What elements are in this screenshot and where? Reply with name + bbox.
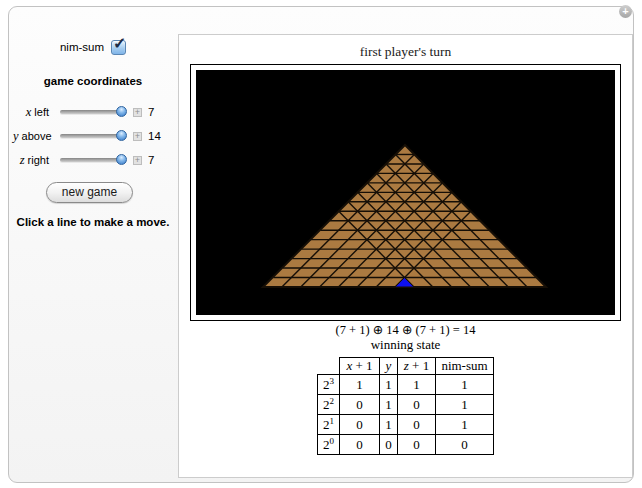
table-cell: 1: [436, 415, 494, 435]
nim-sum-table: x + 1 y z + 1 nim-sum 23 1 1 1 1: [317, 357, 494, 455]
table-row: 20 0 0 0 0: [318, 435, 494, 455]
nim-sum-label: nim-sum: [60, 41, 104, 53]
game-coordinates-heading: game coordinates: [9, 75, 177, 87]
nim-sum-table-wrap: x + 1 y z + 1 nim-sum 23 1 1 1 1: [179, 357, 632, 455]
slider-expand-icon[interactable]: +: [133, 156, 142, 165]
instruction-text: Click a line to make a move.: [9, 216, 177, 228]
slider-label-z-right: z right: [13, 153, 49, 168]
slider-track-x[interactable]: [60, 110, 126, 114]
table-row: 21 0 1 0 1: [318, 415, 494, 435]
slider-track-y[interactable]: [60, 134, 126, 138]
table-cell: 0: [436, 435, 494, 455]
table-cell: 0: [380, 435, 398, 455]
nim-sum-formula: (7 + 1) ⊕ 14 ⊕ (7 + 1) = 14: [179, 322, 632, 338]
slider-row-x-left: x left + 7: [13, 104, 175, 120]
table-header-nim-sum: nim-sum: [436, 358, 494, 375]
table-cell: 1: [340, 375, 380, 395]
board-background: [196, 70, 615, 315]
new-game-button[interactable]: new game: [46, 182, 133, 203]
table-cell: 0: [398, 415, 436, 435]
table-cell: 0: [398, 435, 436, 455]
table-header-x-plus-1: x + 1: [340, 358, 380, 375]
table-row: 22 0 1 0 1: [318, 395, 494, 415]
table-cell: 1: [398, 375, 436, 395]
options-plus-icon[interactable]: +: [619, 5, 632, 18]
power-label: 20: [318, 435, 340, 455]
slider-expand-icon[interactable]: +: [133, 132, 142, 141]
table-header-z-plus-1: z + 1: [398, 358, 436, 375]
table-row: 23 1 1 1 1: [318, 375, 494, 395]
nim-sum-checkbox[interactable]: ✓: [111, 40, 126, 55]
table-corner-cell: [318, 358, 340, 375]
table-header-y: y: [380, 358, 398, 375]
power-label: 21: [318, 415, 340, 435]
slider-value-x: 7: [148, 106, 154, 118]
nim-sum-control-row: nim-sum ✓: [9, 37, 177, 57]
slider-value-z: 7: [148, 154, 154, 166]
table-cell: 1: [380, 415, 398, 435]
slider-expand-icon[interactable]: +: [133, 108, 142, 117]
slider-label-y-above: y above: [13, 129, 49, 144]
turn-status-title: first player's turn: [179, 44, 632, 60]
table-cell: 1: [380, 395, 398, 415]
checkmark-icon: ✓: [113, 34, 126, 53]
slider-row-y-above: y above + 14: [13, 128, 175, 144]
slider-thumb-z[interactable]: [116, 154, 127, 165]
slider-label-x-left: x left: [13, 105, 49, 120]
game-board[interactable]: [196, 70, 615, 315]
table-cell: 1: [436, 395, 494, 415]
slider-thumb-x[interactable]: [116, 106, 127, 117]
manipulate-window: nim-sum ✓ game coordinates x left + 7 y …: [8, 6, 634, 483]
power-label: 22: [318, 395, 340, 415]
slider-track-z[interactable]: [60, 158, 126, 162]
content-panel: first player's turn (7 + 1) ⊕ 14 ⊕ (7 + …: [178, 34, 633, 478]
table-cell: 0: [398, 395, 436, 415]
table-cell: 1: [380, 375, 398, 395]
table-header-row: x + 1 y z + 1 nim-sum: [318, 358, 494, 375]
slider-value-y: 14: [148, 130, 161, 142]
table-cell: 0: [340, 435, 380, 455]
slider-row-z-right: z right + 7: [13, 152, 175, 168]
winning-state-label: winning state: [179, 337, 632, 353]
power-label: 23: [318, 375, 340, 395]
control-sidebar: nim-sum ✓ game coordinates x left + 7 y …: [9, 7, 177, 482]
table-cell: 0: [340, 395, 380, 415]
board-frame: [190, 64, 621, 321]
table-cell: 1: [436, 375, 494, 395]
slider-thumb-y[interactable]: [116, 130, 127, 141]
table-cell: 0: [340, 415, 380, 435]
